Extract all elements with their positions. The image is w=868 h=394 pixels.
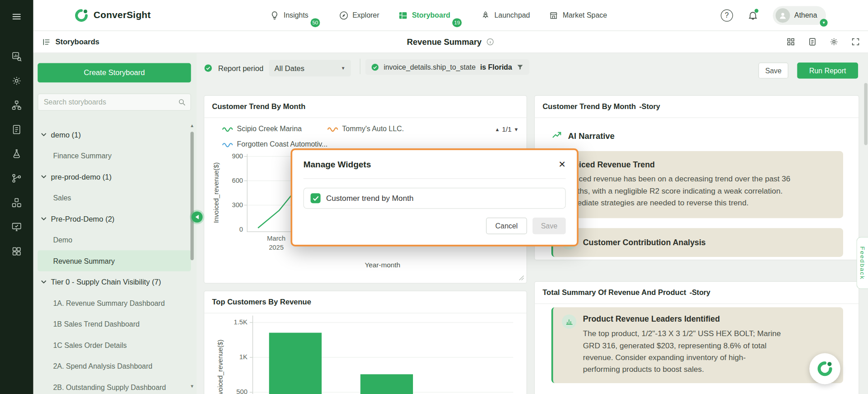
chevron-down-icon (41, 280, 47, 283)
pager-up-icon[interactable]: ▲ (495, 127, 500, 132)
assistant-chat-bubble[interactable] (809, 353, 840, 385)
manage-widgets-icon[interactable] (786, 37, 796, 47)
brand-logo[interactable]: ConverSight (74, 8, 151, 23)
tree-group-pre-prod-demo[interactable]: pre-prod-demo (1) (38, 166, 191, 187)
tree-item[interactable]: 2B. Outstanding Supply Dashboard (38, 376, 191, 394)
avatar (775, 8, 790, 23)
dropdown-value: All Dates (275, 64, 304, 72)
cubes-icon[interactable] (11, 197, 22, 208)
tree-group-label: demo (1) (51, 130, 81, 138)
search-input[interactable] (44, 98, 178, 106)
widget-title: Total Summary Of Revenue And Product (542, 289, 686, 297)
nav-insights[interactable]: Insights 50 (270, 10, 320, 20)
document-icon[interactable] (11, 124, 22, 135)
funnel-icon[interactable] (517, 63, 524, 71)
expand-icon[interactable] (851, 37, 860, 47)
widget-title: Customer Trend By Month (212, 102, 306, 110)
scroll-up-icon[interactable]: ▲ (190, 124, 194, 128)
search-icon[interactable] (178, 98, 186, 106)
storefront-icon (549, 10, 559, 20)
y-tick: 600 (224, 176, 243, 184)
modal-title: Manage Widgets (304, 159, 371, 169)
user-menu[interactable]: Athena ▼ (773, 6, 826, 25)
nav-market-space[interactable]: Market Space (549, 10, 607, 20)
legend-item-tommys[interactable]: Tommy's Auto LLC. (327, 124, 404, 133)
pager-down-icon[interactable]: ▼ (514, 127, 519, 132)
scroll-down-icon[interactable]: ▼ (190, 384, 194, 389)
legend-item-scipio[interactable]: Scipio Creek Marina (222, 124, 302, 133)
trend-story-widget: Customer Trend By Month -Story AI Narrat… (534, 95, 859, 261)
notifications-bell-icon[interactable] (747, 9, 758, 20)
chevron-down-icon (41, 133, 47, 136)
line-series-icon (222, 141, 233, 147)
notification-dot (754, 9, 759, 13)
check-circle-icon[interactable] (204, 64, 213, 73)
checkbox-checked-icon[interactable] (311, 193, 321, 203)
navbar-right: ? Athena ▼ (721, 6, 826, 25)
org-hierarchy-icon[interactable] (11, 100, 22, 110)
widget-checkbox-row[interactable]: Customer trend by Month (304, 188, 566, 209)
y-tick: 900 (224, 152, 243, 160)
person-icon (778, 11, 787, 20)
save-button[interactable]: Save (759, 62, 788, 78)
y-axis-label: Invoiced_revenue($) (213, 162, 220, 223)
line-series-icon (327, 125, 338, 132)
narrative-text: Invoiced revenue has been on a decreasin… (562, 173, 809, 209)
monitor-check-icon[interactable] (11, 222, 22, 233)
feedback-tab[interactable]: Feedback (856, 237, 868, 289)
breadcrumb[interactable]: Storyboards (42, 38, 100, 47)
tree-item[interactable]: 2A. Spend Analysis Dashboard (38, 356, 191, 377)
notes-icon[interactable] (808, 37, 817, 47)
report-period-filter: Report period All Dates ▼ (204, 60, 351, 76)
page-title: Revenue Summary (407, 37, 482, 47)
chevron-down-icon (41, 217, 47, 220)
create-storyboard-button[interactable]: Create Storyboard (38, 63, 191, 83)
ship-to-state-filter-chip[interactable]: invoice_details.ship_to_state is Florida (365, 59, 529, 75)
tree-item[interactable]: 1A. Revenue Summary Dashboard (38, 292, 191, 313)
scrollbar-thumb[interactable] (190, 132, 194, 260)
modal-save-button[interactable]: Save (532, 218, 565, 234)
sidebar-scrollbar[interactable]: ▲ ▼ (190, 124, 195, 389)
tree-item[interactable]: Sales (38, 187, 191, 209)
cancel-button[interactable]: Cancel (486, 218, 527, 234)
tree-item[interactable]: Finance Summary (38, 145, 191, 166)
tree-item-selected[interactable]: Revenue Summary (38, 250, 191, 271)
filter-condition: is Florida (480, 63, 512, 71)
tree-item[interactable]: 1B Sales Trend Dashboard (38, 313, 191, 335)
sidebar-collapse-handle[interactable] (191, 212, 202, 223)
narrative-product-revenue-leaders: Product Revenue Leaders Identified The t… (551, 307, 843, 383)
tree-group-demo[interactable]: demo (1) (38, 124, 191, 145)
rocket-icon (480, 10, 490, 20)
tree-item[interactable]: Demo (38, 229, 191, 251)
tree-group-pre-prod-demo-2[interactable]: Pre-Prod-Demo (2) (38, 208, 191, 229)
grid-blocks-icon[interactable] (11, 246, 22, 256)
insights-count-badge: 50 (311, 18, 320, 27)
branch-icon[interactable] (11, 173, 22, 184)
report-period-dropdown[interactable]: All Dates ▼ (269, 60, 351, 76)
pager-value: 1/1 (502, 126, 512, 133)
gear-icon[interactable] (11, 75, 22, 86)
tree-item[interactable]: 1C Sales Order Details (38, 334, 191, 356)
story-tag: -Story (639, 102, 660, 110)
bar-chart-icon (562, 314, 576, 329)
help-icon[interactable]: ? (721, 9, 733, 21)
bar-chart-search-icon[interactable] (11, 51, 22, 62)
x-tick: March 2025 (261, 235, 292, 252)
narrative-title: Customer Contribution Analysis (583, 238, 706, 247)
nav-launchpad[interactable]: Launchpad (480, 10, 530, 20)
nav-explorer[interactable]: Explorer (339, 10, 379, 20)
resize-handle[interactable] (519, 275, 524, 280)
flask-icon[interactable] (11, 148, 22, 159)
legend-label: Tommy's Auto LLC. (342, 124, 404, 133)
hamburger-menu-icon[interactable] (11, 11, 22, 22)
info-icon[interactable] (486, 38, 494, 46)
legend-item-forgotten-coast[interactable]: Forgotten Coast Automotiv... (222, 140, 328, 148)
settings-gear-icon[interactable] (829, 37, 839, 47)
modal-header: Manage Widgets ✕ (304, 150, 566, 179)
content-scrollbar-thumb[interactable] (864, 83, 868, 145)
tree-group-tier-0[interactable]: Tier 0 - Supply Chain Visibility (7) (38, 271, 191, 293)
ai-narrative-heading: AI Narrative (551, 130, 859, 141)
close-icon[interactable]: ✕ (558, 160, 565, 169)
run-report-button[interactable]: Run Report (797, 62, 858, 78)
nav-storyboard[interactable]: Storyboard 19 (398, 10, 462, 20)
